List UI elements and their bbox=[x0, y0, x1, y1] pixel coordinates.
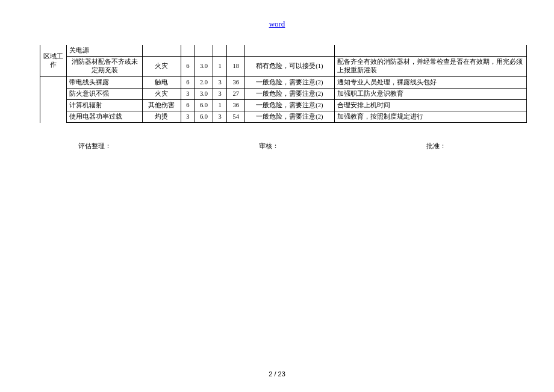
type-cell: 火灾 bbox=[142, 88, 181, 99]
signoff-review: 审核： bbox=[259, 142, 279, 151]
hazard-cell: 防火意识不强 bbox=[67, 88, 142, 99]
num-cell: 6.0 bbox=[195, 111, 213, 123]
area-cell-empty bbox=[40, 76, 67, 123]
num-cell: 2.0 bbox=[195, 76, 213, 88]
table-row: 使用电器功率过载 灼烫 3 6.0 3 54 一般危险，需要注意(2) 加强教育… bbox=[27, 111, 527, 123]
hazard-cell: 计算机辐射 bbox=[67, 99, 142, 111]
risk-cell: 一般危险，需要注意(2) bbox=[245, 99, 335, 111]
num-cell: 54 bbox=[227, 111, 245, 123]
signoff-row: 评估整理： 审核： 批准： bbox=[27, 142, 527, 151]
num-cell: 3 bbox=[181, 88, 195, 99]
num-cell: 6.0 bbox=[195, 99, 213, 111]
risk-cell: 一般危险，需要注意(2) bbox=[245, 111, 335, 123]
num-cell: 3.0 bbox=[195, 57, 213, 76]
area-cell: 区域工作 bbox=[40, 45, 67, 76]
num-cell: 3 bbox=[213, 76, 226, 88]
measure-cell: 通知专业人员处理，裸露线头包好 bbox=[334, 76, 526, 88]
table-row: 防火意识不强 火灾 3 3.0 3 27 一般危险，需要注意(2) 加强职工防火… bbox=[27, 88, 527, 99]
type-cell: 灼烫 bbox=[142, 111, 181, 123]
measure-cell: 合理安排上机时间 bbox=[334, 99, 526, 111]
table-row: 消防器材配备不齐或未定期充装 火灾 6 3.0 1 18 稍有危险，可以接受(1… bbox=[27, 57, 527, 76]
table-row: 区域工作 关电源 bbox=[27, 45, 527, 57]
risk-table: 区域工作 关电源 消防器材配备不齐或未定期充装 火灾 6 3.0 1 18 稍有… bbox=[27, 45, 527, 123]
measure-cell: 配备齐全有效的消防器材，并经常检查是否在有效期，用完必须上报重新灌装 bbox=[334, 57, 526, 76]
num-cell: 3 bbox=[213, 111, 226, 123]
table-row: 计算机辐射 其他伤害 6 6.0 1 36 一般危险，需要注意(2) 合理安排上… bbox=[27, 99, 527, 111]
type-cell: 其他伤害 bbox=[142, 99, 181, 111]
signoff-prepared: 评估整理： bbox=[78, 142, 111, 151]
num-cell: 3 bbox=[213, 88, 226, 99]
hazard-cell: 使用电器功率过载 bbox=[67, 111, 142, 123]
num-cell: 36 bbox=[227, 99, 245, 111]
num-cell: 6 bbox=[181, 76, 195, 88]
num-cell: 18 bbox=[227, 57, 245, 76]
num-cell: 27 bbox=[227, 88, 245, 99]
measure-cell: 加强教育，按照制度规定进行 bbox=[334, 111, 526, 123]
num-cell: 6 bbox=[181, 57, 195, 76]
risk-cell: 一般危险，需要注意(2) bbox=[245, 88, 335, 99]
num-cell: 1 bbox=[213, 99, 226, 111]
hazard-cell: 消防器材配备不齐或未定期充装 bbox=[67, 57, 142, 76]
hazard-cell: 带电线头裸露 bbox=[67, 76, 142, 88]
risk-cell: 稍有危险，可以接受(1) bbox=[245, 57, 335, 76]
num-cell: 1 bbox=[213, 57, 226, 76]
signoff-approve: 批准： bbox=[426, 142, 446, 151]
type-cell: 火灾 bbox=[142, 57, 181, 76]
measure-cell: 加强职工防火意识教育 bbox=[334, 88, 526, 99]
type-cell: 触电 bbox=[142, 76, 181, 88]
header-link[interactable]: word bbox=[269, 19, 285, 29]
side-cell bbox=[27, 45, 40, 123]
table-row: 带电线头裸露 触电 6 2.0 3 36 一般危险，需要注意(2) 通知专业人员… bbox=[27, 76, 527, 88]
num-cell: 6 bbox=[181, 99, 195, 111]
page-number: 2 / 23 bbox=[269, 370, 285, 378]
num-cell: 3 bbox=[181, 111, 195, 123]
num-cell: 36 bbox=[227, 76, 245, 88]
hazard-cell: 关电源 bbox=[67, 45, 142, 57]
risk-cell: 一般危险，需要注意(2) bbox=[245, 76, 335, 88]
num-cell: 3.0 bbox=[195, 88, 213, 99]
